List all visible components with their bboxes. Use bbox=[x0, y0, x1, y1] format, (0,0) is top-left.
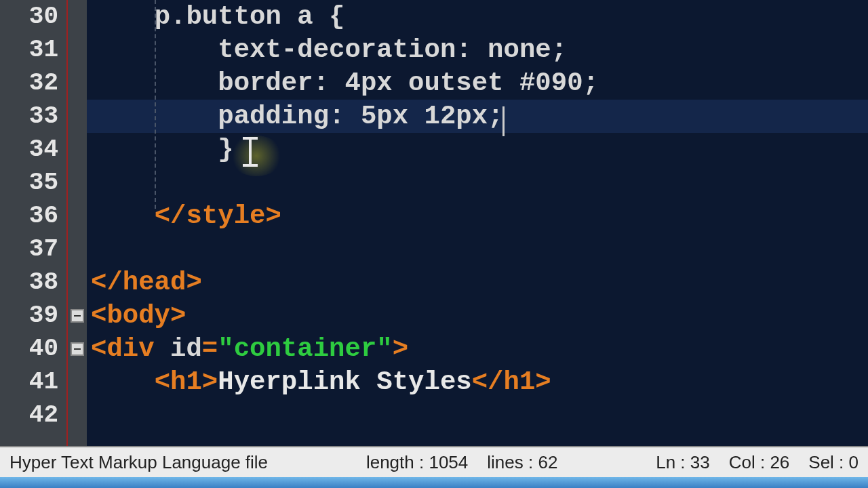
text-caret bbox=[502, 106, 505, 136]
editor-area[interactable]: 30 31 32 33 34 35 36 37 38 39 40 41 42 p… bbox=[0, 0, 868, 446]
status-filetype: Hyper Text Markup Language file bbox=[0, 452, 277, 473]
status-bar: Hyper Text Markup Language file length :… bbox=[0, 446, 868, 477]
taskbar[interactable] bbox=[0, 477, 868, 488]
status-lines: lines : 62 bbox=[477, 452, 567, 473]
code-line[interactable] bbox=[87, 166, 868, 199]
line-number: 30 bbox=[0, 0, 66, 33]
indent-guide bbox=[155, 0, 156, 209]
line-number: 36 bbox=[0, 199, 66, 232]
line-number: 40 bbox=[0, 332, 66, 365]
line-number: 34 bbox=[0, 133, 66, 166]
status-length: length : 1054 bbox=[357, 452, 477, 473]
line-number: 37 bbox=[0, 232, 66, 266]
line-number-gutter: 30 31 32 33 34 35 36 37 38 39 40 41 42 bbox=[0, 0, 68, 446]
code-line[interactable]: </style> bbox=[87, 199, 868, 232]
code-line[interactable]: </head> bbox=[87, 266, 868, 299]
status-ln: Ln : 33 bbox=[646, 452, 719, 473]
fold-toggle-icon[interactable] bbox=[71, 309, 84, 323]
code-line-current[interactable]: padding: 5px 12px; bbox=[87, 100, 868, 133]
code-line[interactable]: <h1>Hyerplink Styles</h1> bbox=[87, 365, 868, 399]
status-sel: Sel : 0 bbox=[799, 452, 868, 473]
line-number: 39 bbox=[0, 299, 66, 332]
code-line[interactable] bbox=[87, 232, 868, 266]
code-line[interactable]: text-decoration: none; bbox=[87, 33, 868, 66]
line-number: 35 bbox=[0, 166, 66, 199]
code-line[interactable] bbox=[87, 399, 868, 432]
fold-toggle-icon[interactable] bbox=[71, 342, 84, 356]
line-number: 31 bbox=[0, 33, 66, 66]
line-number: 33 bbox=[0, 100, 66, 133]
code-line[interactable]: <div id="container"> bbox=[87, 332, 868, 365]
code-content[interactable]: p.button a { text-decoration: none; bord… bbox=[87, 0, 868, 446]
line-number: 38 bbox=[0, 266, 66, 299]
code-line[interactable]: p.button a { bbox=[87, 0, 868, 33]
line-number: 42 bbox=[0, 399, 66, 432]
code-line[interactable]: border: 4px outset #090; bbox=[87, 66, 868, 100]
fold-column bbox=[68, 0, 87, 446]
line-number: 32 bbox=[0, 66, 66, 100]
code-line[interactable]: <body> bbox=[87, 299, 868, 332]
line-number: 41 bbox=[0, 365, 66, 399]
status-col: Col : 26 bbox=[719, 452, 800, 473]
code-line[interactable]: } bbox=[87, 133, 868, 166]
